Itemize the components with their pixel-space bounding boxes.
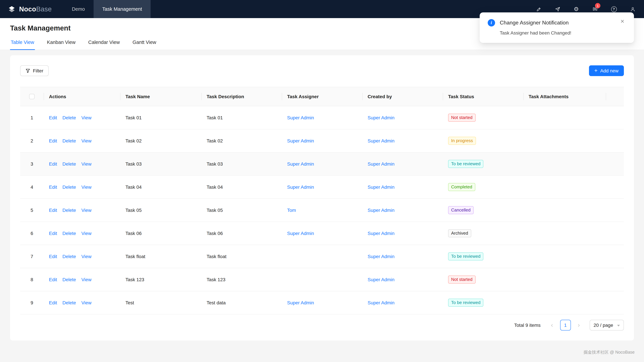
- assigner-link[interactable]: Super Admin: [287, 231, 314, 236]
- column-header-spacer: [606, 87, 624, 106]
- view-link[interactable]: View: [81, 161, 92, 167]
- task-attachments-cell: [523, 222, 606, 245]
- delete-link[interactable]: Delete: [62, 300, 76, 305]
- edit-link[interactable]: Edit: [49, 300, 57, 305]
- mail-icon[interactable]: ✉ 1: [592, 6, 598, 12]
- row-actions: EditDeleteView: [44, 129, 120, 152]
- pagination-page-1[interactable]: 1: [560, 320, 571, 331]
- delete-link[interactable]: Delete: [62, 207, 76, 213]
- task-name-cell: Task 06: [120, 222, 201, 245]
- tab-calendar-view[interactable]: Calendar View: [88, 36, 120, 50]
- view-link[interactable]: View: [81, 207, 92, 213]
- delete-link[interactable]: Delete: [62, 254, 76, 259]
- view-link[interactable]: View: [81, 231, 92, 236]
- assigner-link[interactable]: Tom: [287, 207, 296, 213]
- view-link[interactable]: View: [81, 184, 92, 190]
- add-new-label: Add new: [600, 68, 618, 73]
- paper-plane-icon[interactable]: [554, 6, 561, 12]
- edit-link[interactable]: Edit: [49, 231, 57, 236]
- gear-icon[interactable]: ⚙: [573, 6, 580, 12]
- delete-link[interactable]: Delete: [62, 184, 76, 190]
- spacer-cell: [606, 245, 624, 268]
- question-circle-icon[interactable]: ?: [610, 6, 617, 12]
- status-tag: In progress: [448, 137, 476, 145]
- highlighter-icon[interactable]: [535, 6, 542, 12]
- assigner-link[interactable]: Super Admin: [287, 138, 314, 143]
- task-attachments-cell: [523, 268, 606, 291]
- created-by-cell: Super Admin: [362, 129, 443, 152]
- close-icon[interactable]: ✕: [620, 19, 624, 24]
- edit-link[interactable]: Edit: [49, 138, 57, 143]
- nav-item-demo[interactable]: Demo: [63, 0, 94, 18]
- assigner-link[interactable]: Super Admin: [287, 300, 314, 305]
- chevron-down-icon: [617, 325, 620, 326]
- row-index: 5: [20, 199, 44, 222]
- assigner-link[interactable]: Super Admin: [287, 161, 314, 167]
- add-new-button[interactable]: + Add new: [589, 65, 624, 76]
- status-tag: Cancelled: [448, 206, 474, 214]
- created-by-cell: Super Admin: [362, 291, 443, 314]
- table-row: 9 EditDeleteView Test Test data Super Ad…: [20, 291, 624, 314]
- table-row: 7 EditDeleteView Task float Task float S…: [20, 245, 624, 268]
- task-attachments-cell: [523, 152, 606, 175]
- nav-item-task-management[interactable]: Task Management: [94, 0, 151, 18]
- content-area: Filter + Add new Actions Task Name: [0, 50, 644, 362]
- delete-link[interactable]: Delete: [62, 161, 76, 167]
- assigner-link[interactable]: Super Admin: [287, 115, 314, 120]
- delete-link[interactable]: Delete: [62, 277, 76, 282]
- created-by-link[interactable]: Super Admin: [368, 231, 394, 236]
- spacer-cell: [606, 291, 624, 314]
- user-icon[interactable]: [629, 6, 636, 12]
- edit-link[interactable]: Edit: [49, 184, 57, 190]
- pagination-next-icon[interactable]: ›: [574, 320, 584, 331]
- task-description-cell: Task 06: [201, 222, 282, 245]
- view-link[interactable]: View: [81, 138, 92, 143]
- spacer-cell: [606, 175, 624, 199]
- view-link[interactable]: View: [81, 254, 92, 259]
- created-by-link[interactable]: Super Admin: [368, 184, 394, 190]
- tab-gantt-view[interactable]: Gantt View: [132, 36, 157, 50]
- created-by-link[interactable]: Super Admin: [368, 138, 394, 143]
- nocobase-logo[interactable]: NocoBase: [0, 0, 58, 18]
- created-by-link[interactable]: Super Admin: [368, 254, 394, 259]
- table-row: 5 EditDeleteView Task 05 Task 05 Tom Sup…: [20, 199, 624, 222]
- created-by-link[interactable]: Super Admin: [368, 300, 394, 305]
- task-assigner-cell: [282, 245, 362, 268]
- edit-link[interactable]: Edit: [49, 254, 57, 259]
- tab-table-view[interactable]: Table View: [10, 36, 35, 50]
- view-link[interactable]: View: [81, 300, 92, 305]
- column-header-task-assigner: Task Assigner: [282, 87, 362, 106]
- created-by-link[interactable]: Super Admin: [368, 207, 394, 213]
- created-by-link[interactable]: Super Admin: [368, 277, 394, 282]
- edit-link[interactable]: Edit: [49, 161, 57, 167]
- edit-link[interactable]: Edit: [49, 277, 57, 282]
- pagination-prev-icon[interactable]: ‹: [546, 320, 557, 331]
- tab-kanban-view[interactable]: Kanban View: [46, 36, 76, 50]
- select-all-header: [20, 87, 44, 106]
- table-row: 2 EditDeleteView Task 02 Task 02 Super A…: [20, 129, 624, 152]
- view-link[interactable]: View: [81, 115, 92, 120]
- created-by-link[interactable]: Super Admin: [368, 161, 394, 167]
- delete-link[interactable]: Delete: [62, 231, 76, 236]
- page-size-select[interactable]: 20 / page: [590, 320, 624, 331]
- table-card: Filter + Add new Actions Task Name: [10, 55, 634, 341]
- edit-link[interactable]: Edit: [49, 207, 57, 213]
- task-status-cell: Not started: [443, 106, 523, 129]
- brand-name: NocoBase: [19, 5, 52, 13]
- table-toolbar: Filter + Add new: [20, 65, 624, 76]
- view-link[interactable]: View: [81, 277, 92, 282]
- assigner-link[interactable]: Super Admin: [287, 184, 314, 190]
- delete-link[interactable]: Delete: [62, 115, 76, 120]
- created-by-cell: Super Admin: [362, 152, 443, 175]
- filter-button[interactable]: Filter: [20, 65, 49, 76]
- spacer-cell: [606, 268, 624, 291]
- edit-link[interactable]: Edit: [49, 115, 57, 120]
- delete-link[interactable]: Delete: [62, 138, 76, 143]
- created-by-link[interactable]: Super Admin: [368, 115, 394, 120]
- task-status-cell: To be reviewed: [443, 245, 523, 268]
- tasks-table: Actions Task Name Task Description Task …: [20, 87, 624, 314]
- row-actions: EditDeleteView: [44, 268, 120, 291]
- created-by-cell: Super Admin: [362, 222, 443, 245]
- task-description-cell: Task 05: [201, 199, 282, 222]
- select-all-checkbox[interactable]: [29, 94, 34, 99]
